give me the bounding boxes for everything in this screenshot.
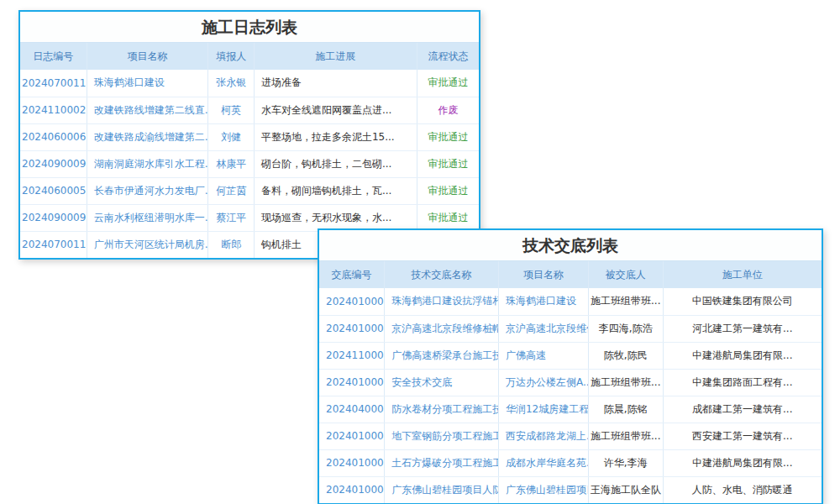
log-id-link[interactable]: 2024070011 xyxy=(20,231,87,258)
receiver-text: 施工班组带班... xyxy=(589,369,664,396)
receiver-text: 陈晨,陈铭 xyxy=(589,396,664,423)
table-row: 2024110001广佛高速桥梁承台施工技...广佛高速陈牧,陈民中建港航局集团… xyxy=(319,342,822,369)
disclosure-id-link[interactable]: 2024010004 xyxy=(319,315,385,342)
column-header-project-name: 项目名称 xyxy=(498,261,588,289)
table-row: 2024090009湖南洞庭湖水库引水工程...林康平砌台阶，钩机排土，二包砌.… xyxy=(20,150,479,177)
disclosure-id-link[interactable]: 2024010002 xyxy=(319,423,385,449)
column-header-reporter: 填报人 xyxy=(208,43,255,71)
progress-text: 进场准备 xyxy=(254,70,417,97)
log-id-link[interactable]: 2024090009 xyxy=(20,150,87,177)
unit-text: 人防、水电、消防暖通 xyxy=(663,476,822,503)
table-row: 2024060005长春市伊通河水力发电厂...何芷茵备料，砌间墙钩机排土，瓦.… xyxy=(20,177,479,204)
project-name-link[interactable]: 西安成都路龙湖上... xyxy=(498,423,588,449)
receiver-text: 李四海,陈浩 xyxy=(589,315,664,342)
column-header-progress: 施工进展 xyxy=(254,43,417,71)
column-header-construction-unit: 施工单位 xyxy=(663,261,822,289)
progress-text: 备料，砌间墙钩机排土，瓦... xyxy=(254,177,417,204)
project-name-link[interactable]: 广州市天河区统计局机房... xyxy=(87,231,208,258)
reporter-link[interactable]: 蔡江平 xyxy=(208,204,255,231)
status-badge: 作废 xyxy=(417,97,479,123)
receiver-text: 施工班组带班... xyxy=(589,423,664,449)
disclosure-name-link[interactable]: 地下室钢筋分项工程施工... xyxy=(385,423,499,449)
status-badge: 审批通过 xyxy=(417,177,479,204)
reporter-link[interactable]: 刘健 xyxy=(208,123,255,150)
project-name-link[interactable]: 改建铁路成渝线增建第二... xyxy=(87,123,208,150)
tech-disclosure-table: 交底编号 技术交底名称 项目名称 被交底人 施工单位 2024010003珠海鹤… xyxy=(319,260,822,503)
table-row: 2024110002改建铁路线增建第二线直...柯英水车对全线遮阳网覆盖点进..… xyxy=(20,97,479,123)
reporter-link[interactable]: 张永银 xyxy=(208,70,255,97)
table-row: 2024060006改建铁路成渝线增建第二...刘健平整场地，拉走多余泥土15.… xyxy=(20,123,479,150)
log-id-link[interactable]: 2024090009 xyxy=(20,204,87,231)
disclosure-id-link[interactable]: 2024010002 xyxy=(319,449,385,476)
project-name-link[interactable]: 广东佛山碧桂园项目 xyxy=(498,476,588,503)
disclosure-name-link[interactable]: 广东佛山碧桂园项目人防... xyxy=(385,476,499,503)
unit-text: 中国铁建集团有限公司 xyxy=(663,288,822,315)
construction-log-header-row: 日志编号 项目名称 填报人 施工进展 流程状态 xyxy=(20,43,479,71)
project-name-link[interactable]: 广佛高速 xyxy=(498,342,588,369)
table-row: 2024010001广东佛山碧桂园项目人防...广东佛山碧桂园项目王海施工队全队… xyxy=(319,476,822,503)
disclosure-id-link[interactable]: 2024010003 xyxy=(319,288,385,315)
column-header-log-id: 日志编号 xyxy=(20,43,87,71)
status-badge: 审批通过 xyxy=(417,70,479,97)
unit-text: 中建集团路面工程有... xyxy=(663,369,822,396)
table-row: 2024010002土石方爆破分项工程施工...成都水岸华庭名苑...许华,李海… xyxy=(319,449,822,476)
project-name-link[interactable]: 云南水利枢纽潜明水库一... xyxy=(87,204,208,231)
receiver-text: 施工班组带班... xyxy=(589,288,664,315)
disclosure-id-link[interactable]: 2024010003 xyxy=(319,369,385,396)
table-row: 2024090009云南水利枢纽潜明水库一...蔡江平现场巡查，无积水现象，水.… xyxy=(20,204,479,231)
reporter-link[interactable]: 柯英 xyxy=(208,97,255,123)
column-header-disclosure-name: 技术交底名称 xyxy=(385,261,499,289)
column-header-project-name: 项目名称 xyxy=(87,43,208,71)
tech-disclosure-header-row: 交底编号 技术交底名称 项目名称 被交底人 施工单位 xyxy=(319,261,822,289)
progress-text: 砌台阶，钩机排土，二包砌... xyxy=(254,150,417,177)
disclosure-name-link[interactable]: 安全技术交底 xyxy=(385,369,499,396)
project-name-link[interactable]: 华润12城房建工程... xyxy=(498,396,588,423)
progress-text: 现场巡查，无积水现象，水... xyxy=(254,204,417,231)
construction-log-title: 施工日志列表 xyxy=(20,12,479,42)
status-badge: 审批通过 xyxy=(417,150,479,177)
unit-text: 中建港航局集团有限... xyxy=(663,342,822,369)
project-name-link[interactable]: 万达办公楼左侧A... xyxy=(498,369,588,396)
project-name-link[interactable]: 成都水岸华庭名苑... xyxy=(498,449,588,476)
status-badge: 审批通过 xyxy=(417,204,479,231)
disclosure-name-link[interactable]: 珠海鹤港口建设抗浮锚杆... xyxy=(385,288,499,315)
disclosure-id-link[interactable]: 2024040001 xyxy=(319,396,385,423)
disclosure-id-link[interactable]: 2024010001 xyxy=(319,476,385,503)
column-header-disclosure-id: 交底编号 xyxy=(319,261,385,289)
table-row: 2024010003安全技术交底万达办公楼左侧A...施工班组带班...中建集团… xyxy=(319,369,822,396)
reporter-link[interactable]: 何芷茵 xyxy=(208,177,255,204)
receiver-text: 陈牧,陈民 xyxy=(589,342,664,369)
reporter-link[interactable]: 断郎 xyxy=(208,231,255,258)
log-id-link[interactable]: 2024060005 xyxy=(20,177,87,204)
disclosure-name-link[interactable]: 土石方爆破分项工程施工... xyxy=(385,449,499,476)
construction-log-table: 日志编号 项目名称 填报人 施工进展 流程状态 2024070011珠海鹤港口建… xyxy=(20,42,479,258)
status-badge: 审批通过 xyxy=(417,123,479,150)
disclosure-id-link[interactable]: 2024110001 xyxy=(319,342,385,369)
table-row: 2024010002地下室钢筋分项工程施工...西安成都路龙湖上...施工班组带… xyxy=(319,423,822,449)
tech-disclosure-body: 2024010003珠海鹤港口建设抗浮锚杆...珠海鹤港口建设施工班组带班...… xyxy=(319,288,822,503)
progress-text: 平整场地，拉走多余泥土15... xyxy=(254,123,417,150)
disclosure-name-link[interactable]: 广佛高速桥梁承台施工技... xyxy=(385,342,499,369)
project-name-link[interactable]: 长春市伊通河水力发电厂... xyxy=(87,177,208,204)
unit-text: 成都建工第一建筑有... xyxy=(663,396,822,423)
log-id-link[interactable]: 2024110002 xyxy=(20,97,87,123)
project-name-link[interactable]: 珠海鹤港口建设 xyxy=(87,70,208,97)
table-row: 2024040001防水卷材分项工程施工技...华润12城房建工程...陈晨,陈… xyxy=(319,396,822,423)
disclosure-name-link[interactable]: 防水卷材分项工程施工技... xyxy=(385,396,499,423)
log-id-link[interactable]: 2024060006 xyxy=(20,123,87,150)
log-id-link[interactable]: 2024070011 xyxy=(20,70,87,97)
progress-text: 水车对全线遮阳网覆盖点进... xyxy=(254,97,417,123)
column-header-receiver: 被交底人 xyxy=(589,261,664,289)
unit-text: 河北建工第一建筑有... xyxy=(663,315,822,342)
receiver-text: 许华,李海 xyxy=(589,449,664,476)
project-name-link[interactable]: 京沪高速北京段维修 xyxy=(498,315,588,342)
project-name-link[interactable]: 湖南洞庭湖水库引水工程... xyxy=(87,150,208,177)
project-name-link[interactable]: 珠海鹤港口建设 xyxy=(498,288,588,315)
table-row: 2024070011珠海鹤港口建设张永银进场准备审批通过 xyxy=(20,70,479,97)
reporter-link[interactable]: 林康平 xyxy=(208,150,255,177)
construction-log-card: 施工日志列表 日志编号 项目名称 填报人 施工进展 流程状态 202407001… xyxy=(18,10,480,260)
receiver-text: 王海施工队全队 xyxy=(589,476,664,503)
table-row: 2024010003珠海鹤港口建设抗浮锚杆...珠海鹤港口建设施工班组带班...… xyxy=(319,288,822,315)
disclosure-name-link[interactable]: 京沪高速北京段维修桩帽... xyxy=(385,315,499,342)
project-name-link[interactable]: 改建铁路线增建第二线直... xyxy=(87,97,208,123)
